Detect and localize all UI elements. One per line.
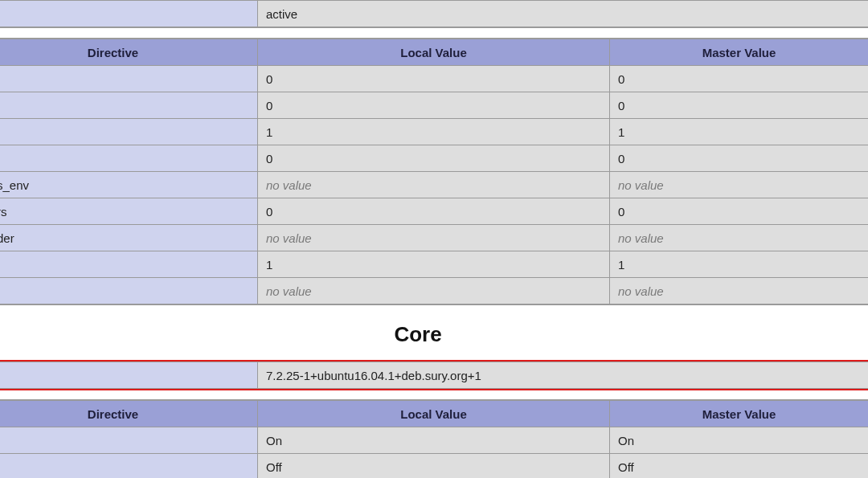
master-value: 0 [610,92,869,119]
local-value: 0 [258,92,610,119]
local-value: 1 [258,251,610,278]
master-value: 0 [610,145,869,172]
directive-name: aders [0,198,258,225]
master-value: no value [610,225,869,251]
table-row: g11 [0,251,868,278]
core-version-table: 7.2.25-1+ubuntu16.04.1+deb.sury.org+1 [0,362,868,389]
master-value: 0 [610,198,869,225]
local-value: Off [258,454,610,479]
directive-name: tatus_env [0,172,258,198]
local-value: On [258,427,610,454]
section-heading-core: Core [0,322,868,347]
table-row: tatus_envno valueno value [0,172,868,198]
directive-name [0,278,258,304]
local-value: no value [258,225,610,251]
table-row: headerno valueno value [0,225,868,251]
directive-name: ude [0,454,258,479]
table-row: no valueno value [0,278,868,304]
directive-name: ath [0,66,258,92]
table-row: active [0,1,868,27]
core-version-key [0,362,258,389]
directives-2-body: enOnOnudeOffOff [0,427,868,479]
directives-table-1: Directive Local Value Master Value ath00… [0,39,868,304]
status-key [0,1,258,27]
col-header-local-value: Local Value [258,401,610,427]
master-value: no value [610,172,869,198]
status-value: active [258,1,869,27]
table-row: ath00 [0,66,868,92]
local-value: no value [258,278,610,304]
table-row: fo00 [0,92,868,119]
table-header-row: Directive Local Value Master Value [0,401,868,427]
directive-name: rect [0,119,258,145]
directives-1-body: ath00fo00rect1100tatus_envno valueno val… [0,66,868,304]
col-header-directive: Directive [0,39,258,66]
directive-name: header [0,225,258,251]
directives-table-2: Directive Local Value Master Value enOnO… [0,400,868,478]
table-row: 7.2.25-1+ubuntu16.04.1+deb.sury.org+1 [0,362,868,389]
master-value: 1 [610,119,869,145]
directive-name [0,145,258,172]
directive-name: en [0,427,258,454]
table-row: enOnOn [0,427,868,454]
status-table: active [0,0,868,27]
directive-name: g [0,251,258,278]
directive-name: fo [0,92,258,119]
table-row: aders00 [0,198,868,225]
col-header-local-value: Local Value [258,39,610,66]
master-value: no value [610,278,869,304]
col-header-master-value: Master Value [610,39,869,66]
table-row: udeOffOff [0,454,868,479]
master-value: Off [610,454,869,479]
local-value: 1 [258,119,610,145]
local-value: 0 [258,198,610,225]
local-value: 0 [258,145,610,172]
col-header-directive: Directive [0,401,258,427]
master-value: On [610,427,869,454]
table-header-row: Directive Local Value Master Value [0,39,868,66]
col-header-master-value: Master Value [610,401,869,427]
master-value: 0 [610,66,869,92]
local-value: no value [258,172,610,198]
local-value: 0 [258,66,610,92]
core-version-value: 7.2.25-1+ubuntu16.04.1+deb.sury.org+1 [258,362,869,389]
table-row: 00 [0,145,868,172]
table-row: rect11 [0,119,868,145]
master-value: 1 [610,251,869,278]
